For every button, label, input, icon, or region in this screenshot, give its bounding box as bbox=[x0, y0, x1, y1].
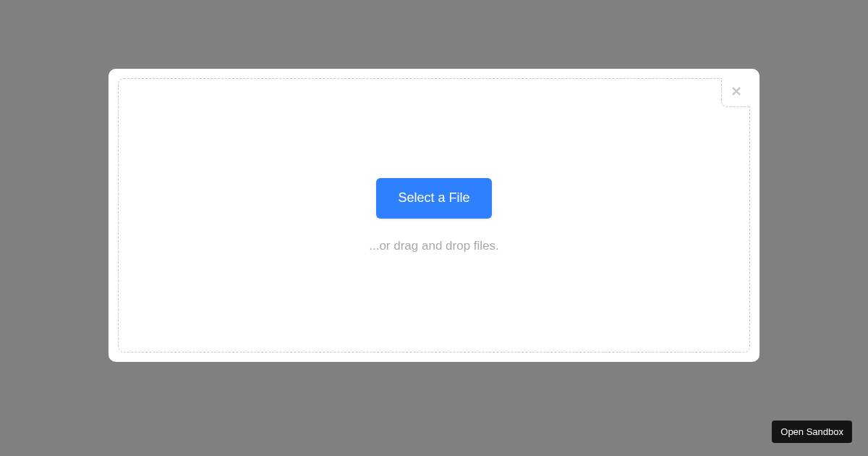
file-upload-modal: Select a File ...or drag and drop files. bbox=[109, 69, 760, 362]
close-button[interactable] bbox=[721, 78, 750, 107]
drag-drop-hint: ...or drag and drop files. bbox=[369, 239, 499, 253]
open-sandbox-button[interactable]: Open Sandbox bbox=[772, 421, 852, 443]
file-drop-area[interactable]: Select a File ...or drag and drop files. bbox=[118, 78, 750, 352]
close-icon bbox=[731, 85, 742, 100]
select-file-button[interactable]: Select a File bbox=[376, 178, 491, 219]
